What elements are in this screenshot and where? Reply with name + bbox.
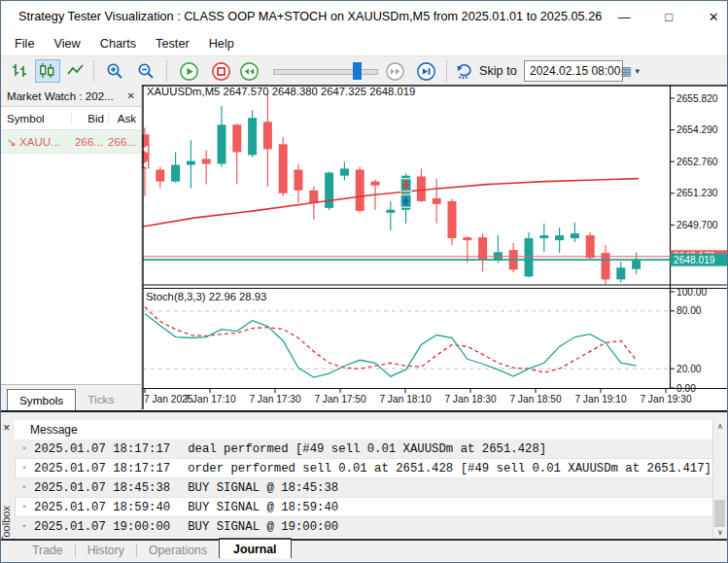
- log-time: 2025.01.07 19:00:00: [34, 520, 170, 534]
- svg-text:XAUUSDm,M5 2647.570 2648.380: XAUUSDm,M5 2647.570 2648.380 2647.325 26…: [147, 86, 415, 97]
- price-chart-canvas[interactable]: 2655.8202654.2902652.7602651.2302649.700…: [142, 85, 728, 410]
- menu-view[interactable]: View: [44, 34, 89, 53]
- journal-row[interactable]: • 2025.01.07 18:59:40 BUY SIGNAL @ 18:59…: [15, 498, 713, 517]
- tab-ticks[interactable]: Ticks: [76, 389, 125, 410]
- svg-text:2649.700: 2649.700: [676, 220, 718, 230]
- title-bar: Strategy Tester Visualization : CLASS OO…: [1, 1, 727, 32]
- skip-to-button[interactable]: [452, 59, 477, 83]
- journal-panel: ✕ Toolbox Message • 2025.01.07 18:17:17 …: [1, 420, 727, 539]
- speed-slider-handle[interactable]: [353, 62, 362, 80]
- skip-to-date-value[interactable]: 2024.02.15 08:00: [525, 64, 620, 78]
- zoom-in-button[interactable]: [102, 59, 127, 83]
- bid-value: 266...: [71, 135, 103, 148]
- svg-text:7 Jan 19:30: 7 Jan 19:30: [640, 394, 692, 405]
- zoom-in-icon: [105, 61, 124, 81]
- play-button[interactable]: [176, 59, 201, 83]
- menu-file[interactable]: File: [5, 34, 44, 53]
- journal-column-header: Message: [15, 420, 713, 440]
- tab-trade[interactable]: Trade: [20, 542, 75, 559]
- log-time: 2025.01.07 18:17:17: [34, 462, 170, 475]
- toolbar: Skip to 2024.02.15 08:00 ▦ ▼: [1, 55, 727, 87]
- menu-tester[interactable]: Tester: [146, 34, 199, 53]
- minimize-button[interactable]: —: [602, 1, 646, 32]
- svg-text:7 Jan 17:30: 7 Jan 17:30: [249, 394, 301, 405]
- toolbar-separator: [446, 60, 447, 82]
- log-message: BUY SIGNAL @ 18:45:38: [188, 481, 338, 495]
- chevron-down-icon[interactable]: ▼: [634, 67, 641, 76]
- downtick-icon: ↘: [7, 135, 17, 148]
- log-message: BUY SIGNAL @ 18:59:40: [188, 501, 338, 514]
- line-chart-button[interactable]: [63, 59, 88, 83]
- tab-history[interactable]: History: [76, 542, 136, 559]
- stop-icon: [211, 61, 231, 82]
- scroll-down-icon[interactable]: ∨: [713, 526, 727, 539]
- scroll-up-icon[interactable]: ∧: [713, 420, 727, 433]
- log-message: deal performed [#49 sell 0.01 XAUUSDm at…: [188, 442, 546, 456]
- menu-help[interactable]: Help: [199, 34, 244, 53]
- symbol-row[interactable]: ↘ XAUU... 266... 266...: [1, 130, 141, 154]
- journal-row[interactable]: • 2025.01.07 19:00:00 BUY SIGNAL @ 19:00…: [15, 517, 713, 537]
- svg-text:2651.230: 2651.230: [676, 188, 718, 198]
- log-bullet-icon: •: [18, 522, 30, 532]
- chart-panel[interactable]: 2655.8202654.2902652.7602651.2302649.700…: [142, 85, 728, 410]
- symbol-name: XAUU...: [19, 135, 60, 148]
- skip-to-icon: [454, 60, 475, 82]
- log-bullet-icon: •: [18, 464, 30, 474]
- svg-text:80.00: 80.00: [676, 305, 702, 316]
- svg-text:7 Jan 17:10: 7 Jan 17:10: [184, 394, 236, 405]
- svg-text:2655.820: 2655.820: [676, 93, 718, 104]
- column-ask[interactable]: Ask: [108, 112, 141, 124]
- toolbar-separator: [93, 60, 94, 82]
- svg-text:2654.290: 2654.290: [676, 124, 718, 135]
- journal-row[interactable]: • 2025.01.07 18:17:17 deal performed [#4…: [15, 440, 713, 459]
- tab-journal[interactable]: Journal: [219, 538, 291, 560]
- svg-text:2648.019: 2648.019: [674, 255, 715, 265]
- zoom-out-button[interactable]: [133, 59, 158, 83]
- log-message: BUY SIGNAL @ 19:00:00: [188, 520, 338, 534]
- ask-value: 266...: [107, 135, 141, 148]
- skip-to-label: Skip to: [479, 64, 517, 78]
- toolbox-close-icon[interactable]: ✕: [3, 423, 11, 433]
- menu-bar: File View Charts Tester Help: [1, 32, 727, 55]
- journal-row[interactable]: • 2025.01.07 18:45:38 BUY SIGNAL @ 18:45…: [15, 478, 713, 498]
- market-watch-header: Market Watch : 202... ✕: [1, 86, 141, 107]
- journal-scrollbar[interactable]: ∧ ∨: [712, 420, 727, 539]
- close-button[interactable]: ✕: [691, 1, 728, 32]
- window-title: Strategy Tester Visualization : CLASS OO…: [18, 10, 602, 23]
- maximize-button[interactable]: □: [646, 1, 691, 32]
- column-bid[interactable]: Bid: [71, 112, 104, 124]
- log-bullet-icon: •: [18, 444, 30, 454]
- journal-row[interactable]: • 2025.01.07 18:17:17 order performed se…: [15, 459, 713, 478]
- market-watch-close-icon[interactable]: ✕: [121, 90, 141, 101]
- tab-symbols[interactable]: Symbols: [7, 389, 76, 411]
- tab-operations[interactable]: Operations: [137, 542, 219, 559]
- svg-text:7 Jan 18:10: 7 Jan 18:10: [379, 394, 432, 405]
- market-watch-columns: Symbol Bid Ask: [1, 107, 141, 130]
- svg-text:100.00: 100.00: [676, 287, 707, 298]
- scrollbar-thumb[interactable]: [714, 500, 725, 527]
- line-chart-icon: [66, 61, 86, 81]
- log-bullet-icon: •: [18, 483, 30, 493]
- speed-slider[interactable]: [273, 69, 378, 75]
- fast-forward-icon: [385, 61, 405, 82]
- message-column-header[interactable]: Message: [15, 423, 78, 437]
- log-time: 2025.01.07 18:59:40: [34, 501, 170, 514]
- svg-text:7 Jan 18:50: 7 Jan 18:50: [509, 394, 562, 405]
- play-icon: [179, 61, 199, 82]
- skip-to-date-picker[interactable]: 2024.02.15 08:00 ▦ ▼: [524, 60, 623, 82]
- column-symbol[interactable]: Symbol: [1, 112, 71, 124]
- candlestick-chart-button[interactable]: [35, 59, 60, 83]
- zoom-out-icon: [136, 61, 156, 81]
- calendar-icon: ▦: [620, 64, 631, 78]
- market-watch-title: Market Watch : 202...: [1, 89, 121, 102]
- bar-chart-button[interactable]: [7, 59, 32, 83]
- svg-text:20.00: 20.00: [676, 364, 702, 374]
- stop-button[interactable]: [208, 59, 233, 83]
- menu-charts[interactable]: Charts: [90, 34, 146, 53]
- market-watch-tabs: Symbols Ticks: [1, 384, 141, 410]
- log-time: 2025.01.07 18:17:17: [34, 442, 170, 456]
- skip-to-end-button[interactable]: [413, 59, 438, 83]
- fast-forward-button[interactable]: [382, 59, 407, 83]
- rewind-button[interactable]: [236, 59, 261, 83]
- svg-text:7 Jan 19:10: 7 Jan 19:10: [574, 394, 627, 405]
